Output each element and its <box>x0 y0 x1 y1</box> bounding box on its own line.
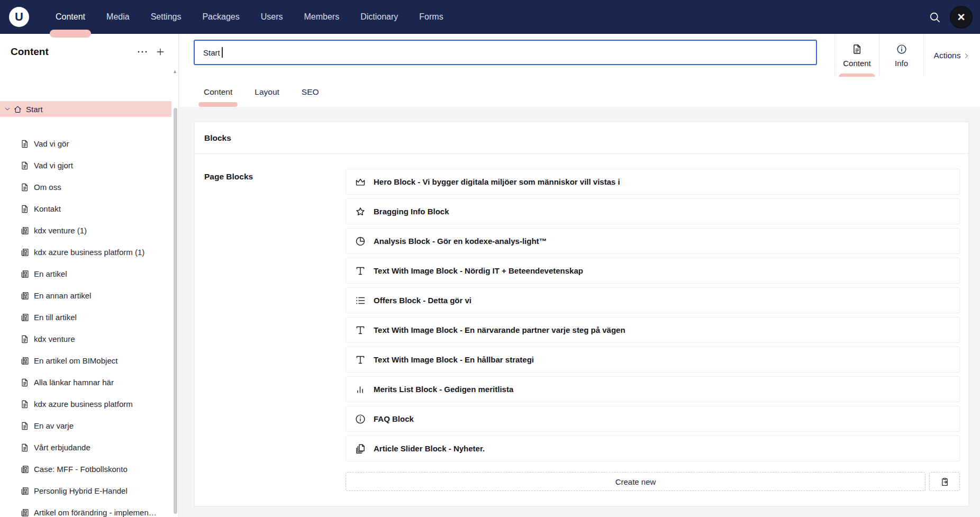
tree-item-en-artikel[interactable]: En artikel <box>0 263 178 285</box>
tree-item-label: Vad vi gjort <box>34 161 73 170</box>
tree-item-vad-vi-g-r[interactable]: Vad vi gör <box>0 133 178 155</box>
create-new-button[interactable]: Create new <box>346 472 925 491</box>
view-tab-content[interactable]: Content <box>834 34 879 77</box>
tree-item-personlig-hybrid-e-handel[interactable]: Personlig Hybrid E-Handel <box>0 480 178 502</box>
nav-item-users[interactable]: Users <box>250 0 294 34</box>
tree-item-case-mff-fotbollskonto[interactable]: Case: MFF - Fotbollskonto <box>0 458 178 480</box>
view-tab-label: Info <box>895 59 908 68</box>
tree-item-label: Om oss <box>34 183 61 192</box>
tree-item-label: En till artikel <box>34 313 77 322</box>
nav-item-packages[interactable]: Packages <box>192 0 250 34</box>
tree-item-vad-vi-gjort[interactable]: Vad vi gjort <box>0 155 178 176</box>
block-column: Hero Block - Vi bygger digitala miljöer … <box>346 169 960 491</box>
document-title-input[interactable] <box>194 40 817 65</box>
block-row-text-with-image-block[interactable]: Text With Image Block - En hållbar strat… <box>346 347 960 373</box>
content-sidebar: Content Start Vad vi görVad vi gjortOm o… <box>0 34 179 517</box>
nav-item-members[interactable]: Members <box>293 0 350 34</box>
block-row-merits-list-block[interactable]: Merits List Block - Gedigen meritlista <box>346 376 960 402</box>
document-icon <box>20 443 30 452</box>
tree-item-label: kdx azure business platform <box>34 400 133 409</box>
chevron-down-icon[interactable] <box>4 105 11 113</box>
tree-item-om-oss[interactable]: Om oss <box>0 176 178 198</box>
nav-item-label: Forms <box>419 12 443 22</box>
block-label: Merits List Block - Gedigen meritlista <box>374 385 513 394</box>
top-nav-bar: U ContentMediaSettingsPackagesUsersMembe… <box>0 0 980 34</box>
article-icon <box>20 313 30 322</box>
tab-content[interactable]: Content <box>193 77 243 107</box>
nav-item-forms[interactable]: Forms <box>409 0 453 34</box>
article-icon <box>20 226 30 235</box>
scrollbar-up-arrow-icon[interactable]: ▲ <box>173 69 177 74</box>
tree-item-label: kdx venture (1) <box>34 226 87 235</box>
tree-item-artikel-om-f-r-ndring-implemen[interactable]: Artikel om förändring - implemen… <box>0 502 178 517</box>
actions-button[interactable]: Actions <box>923 34 980 77</box>
document-icon <box>20 378 30 387</box>
block-row-text-with-image-block[interactable]: Text With Image Block - Nördig IT + Bete… <box>346 258 960 284</box>
block-row-text-with-image-block[interactable]: Text With Image Block - En närvarande pa… <box>346 317 960 343</box>
tree-item-label: Artikel om förändring - implemen… <box>34 508 157 517</box>
tree-item-en-till-artikel[interactable]: En till artikel <box>0 306 178 328</box>
view-tab-info[interactable]: Info <box>879 34 923 77</box>
block-row-article-slider-block[interactable]: Article Slider Block - Nyheter. <box>346 436 960 461</box>
article-icon <box>20 486 30 496</box>
tree-item-kdx-venture-1[interactable]: kdx venture (1) <box>0 220 178 241</box>
document-icon <box>20 400 30 409</box>
sidebar-section-title: Content <box>11 46 136 58</box>
tree-item-kdx-azure-business-platform-1[interactable]: kdx azure business platform (1) <box>0 241 178 263</box>
tree-item-label: En artikel om BIMobject <box>34 356 117 365</box>
tree-item-kdx-azure-business-platform[interactable]: kdx azure business platform <box>0 393 178 415</box>
block-row-hero-block[interactable]: Hero Block - Vi bygger digitala miljöer … <box>346 169 960 195</box>
nav-item-content[interactable]: Content <box>45 0 96 34</box>
tree-item-kontakt[interactable]: Kontakt <box>0 198 178 220</box>
block-row-faq-block[interactable]: FAQ Block <box>346 406 960 432</box>
tree-item-label: En annan artikel <box>34 291 91 300</box>
nav-item-settings[interactable]: Settings <box>140 0 192 34</box>
user-avatar[interactable]: ✕ <box>950 6 973 29</box>
nav-item-dictionary[interactable]: Dictionary <box>350 0 409 34</box>
tree-item-label: Case: MFF - Fotbollskonto <box>34 465 128 474</box>
blocks-card: Blocks Page Blocks Hero Block - Vi bygge… <box>194 122 969 506</box>
tree-item-alla-l-nkar-hamnar-h-r[interactable]: Alla länkar hamnar här <box>0 371 178 393</box>
block-row-analysis-block[interactable]: Analysis Block - Gör en kodexe-analys-li… <box>346 228 960 254</box>
workspace-header: ContentInfo Actions <box>179 34 980 77</box>
block-row-offers-block[interactable]: Offers Block - Detta gör vi <box>346 287 960 313</box>
tree-item-en-artikel-om-bimobject[interactable]: En artikel om BIMobject <box>0 350 178 371</box>
tree-item-kdx-venture[interactable]: kdx venture <box>0 328 178 350</box>
page-blocks-label: Page Blocks <box>204 169 346 491</box>
article-icon <box>20 356 30 366</box>
tree-item-en-av-varje[interactable]: En av varje <box>0 415 178 437</box>
paste-button[interactable] <box>929 472 960 491</box>
article-icon <box>20 291 30 301</box>
sidebar-scrollbar[interactable] <box>174 108 177 514</box>
block-label: Analysis Block - Gör en kodexe-analys-li… <box>374 237 547 246</box>
paste-from-clipboard-icon <box>940 477 950 487</box>
tree-item-start[interactable]: Start <box>0 101 171 117</box>
list-icon <box>355 295 366 306</box>
tab-layout[interactable]: Layout <box>243 77 291 107</box>
block-row-bragging-info-block[interactable]: Bragging Info Block <box>346 198 960 224</box>
blocks-card-header: Blocks <box>195 122 968 154</box>
avatar-glyph: ✕ <box>957 11 966 23</box>
search-icon[interactable] <box>928 11 941 24</box>
pie-icon <box>355 235 366 247</box>
article-icon <box>20 248 30 257</box>
block-label: Text With Image Block - En hållbar strat… <box>374 355 534 364</box>
block-label: Article Slider Block - Nyheter. <box>374 444 485 453</box>
crown-icon <box>355 176 366 188</box>
umbraco-logo[interactable]: U <box>9 7 29 27</box>
tab-seo[interactable]: SEO <box>291 77 330 107</box>
nav-item-media[interactable]: Media <box>96 0 140 34</box>
add-content-icon[interactable] <box>155 47 166 57</box>
article-icon <box>20 465 30 474</box>
tree-item-label: Vad vi gör <box>34 139 69 148</box>
tree-item-en-annan-artikel[interactable]: En annan artikel <box>0 285 178 306</box>
content-tree-children: Vad vi görVad vi gjortOm ossKontaktkdx v… <box>0 117 178 517</box>
info-icon <box>896 43 908 55</box>
tree-item-v-rt-erbjudande[interactable]: Vårt erbjudande <box>0 437 178 458</box>
more-options-icon[interactable] <box>136 46 149 58</box>
text-caret <box>222 47 223 58</box>
block-label: Bragging Info Block <box>374 207 449 216</box>
topnav-items: ContentMediaSettingsPackagesUsersMembers… <box>45 0 454 34</box>
block-label: Text With Image Block - Nördig IT + Bete… <box>374 266 583 275</box>
block-label: Hero Block - Vi bygger digitala miljöer … <box>374 177 620 186</box>
